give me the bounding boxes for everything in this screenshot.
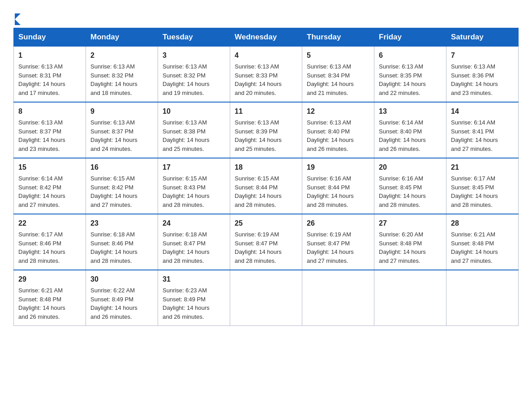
day-number: 29 — [18, 274, 81, 285]
day-info: Sunrise: 6:20 AMSunset: 8:48 PMDaylight:… — [379, 231, 426, 264]
calendar-day-cell: 1 Sunrise: 6:13 AMSunset: 8:31 PMDayligh… — [14, 47, 86, 103]
weekday-header-sunday: Sunday — [14, 28, 86, 47]
calendar-day-cell: 24 Sunrise: 6:18 AMSunset: 8:47 PMDaylig… — [158, 214, 230, 270]
day-number: 23 — [90, 218, 153, 229]
day-info: Sunrise: 6:13 AMSunset: 8:40 PMDaylight:… — [307, 119, 354, 152]
day-info: Sunrise: 6:13 AMSunset: 8:39 PMDaylight:… — [235, 119, 282, 152]
calendar-week-row: 15 Sunrise: 6:14 AMSunset: 8:42 PMDaylig… — [14, 158, 519, 214]
day-info: Sunrise: 6:13 AMSunset: 8:32 PMDaylight:… — [163, 63, 210, 96]
day-info: Sunrise: 6:19 AMSunset: 8:47 PMDaylight:… — [235, 231, 282, 264]
day-number: 19 — [307, 162, 369, 173]
day-info: Sunrise: 6:16 AMSunset: 8:44 PMDaylight:… — [307, 175, 354, 208]
calendar-day-cell: 22 Sunrise: 6:17 AMSunset: 8:46 PMDaylig… — [14, 214, 86, 270]
day-number: 7 — [451, 50, 514, 61]
calendar-day-cell: 12 Sunrise: 6:13 AMSunset: 8:40 PMDaylig… — [302, 102, 374, 158]
weekday-header-saturday: Saturday — [446, 28, 519, 47]
day-info: Sunrise: 6:13 AMSunset: 8:37 PMDaylight:… — [18, 119, 65, 152]
day-number: 18 — [235, 162, 297, 173]
day-number: 3 — [163, 50, 225, 61]
calendar-day-cell: 31 Sunrise: 6:23 AMSunset: 8:49 PMDaylig… — [158, 270, 230, 326]
calendar-week-row: 29 Sunrise: 6:21 AMSunset: 8:48 PMDaylig… — [14, 270, 519, 326]
day-number: 10 — [163, 106, 225, 117]
day-info: Sunrise: 6:14 AMSunset: 8:40 PMDaylight:… — [379, 119, 426, 152]
weekday-header-friday: Friday — [374, 28, 446, 47]
day-number: 4 — [235, 50, 297, 61]
calendar-day-cell: 20 Sunrise: 6:16 AMSunset: 8:45 PMDaylig… — [374, 158, 446, 214]
day-info: Sunrise: 6:21 AMSunset: 8:48 PMDaylight:… — [18, 287, 65, 320]
calendar-day-cell — [374, 270, 446, 326]
day-number: 13 — [379, 106, 442, 117]
day-info: Sunrise: 6:13 AMSunset: 8:31 PMDaylight:… — [18, 63, 65, 96]
day-number: 12 — [307, 106, 369, 117]
day-info: Sunrise: 6:15 AMSunset: 8:44 PMDaylight:… — [235, 175, 282, 208]
calendar-day-cell: 17 Sunrise: 6:15 AMSunset: 8:43 PMDaylig… — [158, 158, 230, 214]
calendar-day-cell: 28 Sunrise: 6:21 AMSunset: 8:48 PMDaylig… — [446, 214, 519, 270]
day-info: Sunrise: 6:13 AMSunset: 8:37 PMDaylight:… — [90, 119, 137, 152]
day-number: 27 — [379, 218, 442, 229]
day-info: Sunrise: 6:13 AMSunset: 8:34 PMDaylight:… — [307, 63, 354, 96]
day-number: 26 — [307, 218, 369, 229]
day-info: Sunrise: 6:18 AMSunset: 8:47 PMDaylight:… — [163, 231, 210, 264]
day-number: 17 — [163, 162, 225, 173]
calendar-day-cell: 8 Sunrise: 6:13 AMSunset: 8:37 PMDayligh… — [14, 102, 86, 158]
calendar-day-cell: 3 Sunrise: 6:13 AMSunset: 8:32 PMDayligh… — [158, 47, 230, 103]
day-info: Sunrise: 6:17 AMSunset: 8:45 PMDaylight:… — [451, 175, 498, 208]
calendar-day-cell: 6 Sunrise: 6:13 AMSunset: 8:35 PMDayligh… — [374, 47, 446, 103]
day-number: 9 — [90, 106, 153, 117]
day-number: 22 — [18, 218, 81, 229]
day-number: 31 — [163, 274, 225, 285]
day-number: 30 — [90, 274, 153, 285]
day-number: 21 — [451, 162, 514, 173]
day-number: 20 — [379, 162, 442, 173]
calendar-day-cell: 15 Sunrise: 6:14 AMSunset: 8:42 PMDaylig… — [14, 158, 86, 214]
weekday-header-monday: Monday — [86, 28, 158, 47]
day-info: Sunrise: 6:22 AMSunset: 8:49 PMDaylight:… — [90, 287, 137, 320]
day-info: Sunrise: 6:17 AMSunset: 8:46 PMDaylight:… — [18, 231, 65, 264]
day-info: Sunrise: 6:16 AMSunset: 8:45 PMDaylight:… — [379, 175, 426, 208]
logo — [13, 13, 21, 23]
day-number: 11 — [235, 106, 297, 117]
day-number: 28 — [451, 218, 514, 229]
calendar-day-cell — [302, 270, 374, 326]
calendar-day-cell: 11 Sunrise: 6:13 AMSunset: 8:39 PMDaylig… — [230, 102, 302, 158]
day-info: Sunrise: 6:19 AMSunset: 8:47 PMDaylight:… — [307, 231, 354, 264]
day-number: 15 — [18, 162, 81, 173]
calendar-week-row: 8 Sunrise: 6:13 AMSunset: 8:37 PMDayligh… — [14, 102, 519, 158]
day-info: Sunrise: 6:14 AMSunset: 8:42 PMDaylight:… — [18, 175, 65, 208]
calendar-day-cell: 14 Sunrise: 6:14 AMSunset: 8:41 PMDaylig… — [446, 102, 519, 158]
day-info: Sunrise: 6:13 AMSunset: 8:35 PMDaylight:… — [379, 63, 426, 96]
day-info: Sunrise: 6:14 AMSunset: 8:41 PMDaylight:… — [451, 119, 498, 152]
calendar-day-cell: 16 Sunrise: 6:15 AMSunset: 8:42 PMDaylig… — [86, 158, 158, 214]
day-number: 16 — [90, 162, 153, 173]
calendar-day-cell: 10 Sunrise: 6:13 AMSunset: 8:38 PMDaylig… — [158, 102, 230, 158]
day-info: Sunrise: 6:23 AMSunset: 8:49 PMDaylight:… — [163, 287, 210, 320]
day-info: Sunrise: 6:18 AMSunset: 8:46 PMDaylight:… — [90, 231, 137, 264]
calendar-day-cell — [446, 270, 519, 326]
calendar-day-cell: 25 Sunrise: 6:19 AMSunset: 8:47 PMDaylig… — [230, 214, 302, 270]
calendar-day-cell: 7 Sunrise: 6:13 AMSunset: 8:36 PMDayligh… — [446, 47, 519, 103]
calendar-day-cell: 30 Sunrise: 6:22 AMSunset: 8:49 PMDaylig… — [86, 270, 158, 326]
day-number: 6 — [379, 50, 442, 61]
calendar-day-cell: 29 Sunrise: 6:21 AMSunset: 8:48 PMDaylig… — [14, 270, 86, 326]
calendar-day-cell: 18 Sunrise: 6:15 AMSunset: 8:44 PMDaylig… — [230, 158, 302, 214]
calendar-day-cell — [230, 270, 302, 326]
day-info: Sunrise: 6:13 AMSunset: 8:33 PMDaylight:… — [235, 63, 282, 96]
weekday-header-wednesday: Wednesday — [230, 28, 302, 47]
calendar-day-cell: 4 Sunrise: 6:13 AMSunset: 8:33 PMDayligh… — [230, 47, 302, 103]
calendar-day-cell: 27 Sunrise: 6:20 AMSunset: 8:48 PMDaylig… — [374, 214, 446, 270]
day-info: Sunrise: 6:13 AMSunset: 8:36 PMDaylight:… — [451, 63, 498, 96]
day-number: 5 — [307, 50, 369, 61]
calendar-day-cell: 13 Sunrise: 6:14 AMSunset: 8:40 PMDaylig… — [374, 102, 446, 158]
day-number: 24 — [163, 218, 225, 229]
calendar-day-cell: 26 Sunrise: 6:19 AMSunset: 8:47 PMDaylig… — [302, 214, 374, 270]
calendar-day-cell: 9 Sunrise: 6:13 AMSunset: 8:37 PMDayligh… — [86, 102, 158, 158]
day-number: 14 — [451, 106, 514, 117]
calendar-day-cell: 5 Sunrise: 6:13 AMSunset: 8:34 PMDayligh… — [302, 47, 374, 103]
day-number: 8 — [18, 106, 81, 117]
calendar-day-cell: 2 Sunrise: 6:13 AMSunset: 8:32 PMDayligh… — [86, 47, 158, 103]
day-number: 2 — [90, 50, 153, 61]
weekday-header-row: SundayMondayTuesdayWednesdayThursdayFrid… — [14, 28, 519, 47]
weekday-header-tuesday: Tuesday — [158, 28, 230, 47]
weekday-header-thursday: Thursday — [302, 28, 374, 47]
day-info: Sunrise: 6:13 AMSunset: 8:32 PMDaylight:… — [90, 63, 137, 96]
